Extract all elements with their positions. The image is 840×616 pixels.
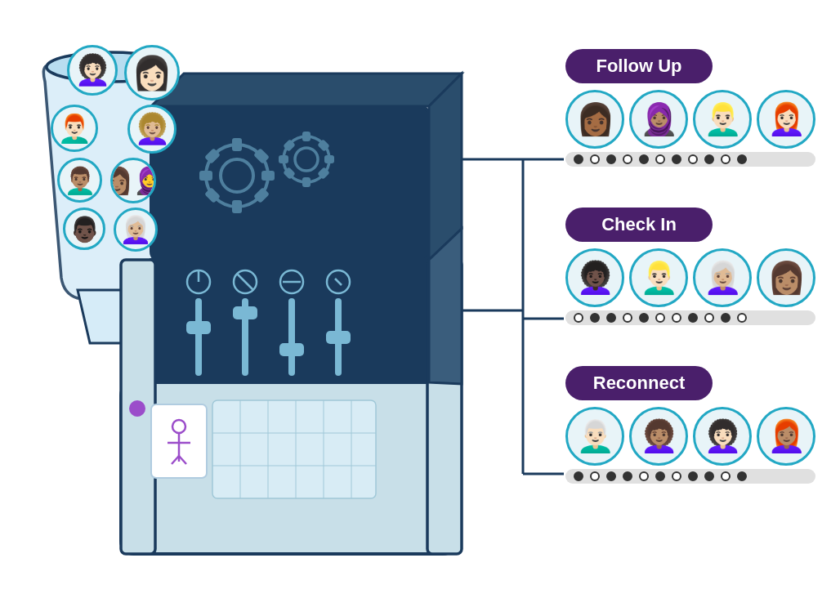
svg-point-53 [172,420,185,433]
belt-dot [721,313,731,323]
svg-rect-37 [279,343,304,356]
belt-dot [606,154,616,164]
svg-rect-15 [302,177,311,187]
svg-point-29 [327,270,350,293]
svg-point-12 [284,136,329,182]
svg-rect-50 [151,404,207,478]
check-in-section: Check In 👩🏿‍🦱 👱🏻‍♂️ 👩🏼‍🦳 👩🏽 [565,208,815,325]
belt-dot [574,154,583,164]
svg-rect-35 [186,321,211,334]
svg-rect-17 [279,155,288,163]
svg-rect-5 [232,200,242,213]
main-scene: 👩🏻‍🦱 👩🏻 👨🏻‍🦰 👩🏼‍🦱 👨🏽‍🦱 👩🏽‍🧕 [0,0,840,616]
reconnect-belt [565,469,815,484]
belt-dot [688,313,698,323]
svg-rect-1 [151,106,429,261]
belt-dot [655,471,665,481]
follow-up-avatars: 👩🏾 🧕🏽 👱🏻‍♂️ 👩🏻‍🦰 [565,90,815,149]
belt-dot [737,313,747,323]
belt-dot [672,471,681,481]
svg-rect-21 [283,167,296,180]
follow-up-section: Follow Up 👩🏾 🧕🏽 👱🏻‍♂️ 👩🏻‍🦰 [565,49,815,167]
svg-rect-18 [317,139,330,152]
reconnect-label: Reconnect [565,366,713,400]
svg-rect-9 [253,187,270,203]
belt-dot [672,154,681,164]
svg-rect-16 [324,155,334,163]
belt-dot [623,154,632,164]
belt-dot [704,154,714,164]
belt-dot [655,154,665,164]
svg-point-27 [280,270,303,293]
svg-rect-22 [151,260,429,386]
svg-rect-34 [335,298,342,376]
svg-rect-8 [253,148,270,164]
belt-dot [639,154,649,164]
svg-line-30 [335,279,342,285]
check-in-belt [565,310,815,325]
svg-rect-14 [302,132,311,141]
svg-point-2 [206,145,268,207]
funnel-avatar-2: 👩🏻 [124,45,180,100]
belt-dot [590,471,600,481]
follow-up-avatar-3: 👱🏻‍♂️ [693,90,752,149]
funnel-avatar-7: 👨🏿 [63,208,105,250]
svg-rect-33 [288,298,295,376]
follow-up-belt [565,152,815,167]
svg-point-25 [234,270,257,293]
funnel-avatar-5: 👨🏽‍🦱 [57,158,102,203]
belt-dot [737,154,747,164]
check-in-avatar-4: 👩🏽 [757,248,815,307]
reconnect-avatars: 👨🏻‍🦳 👩🏽‍🦱 👩🏻‍🦱 👩🏽‍🦰 [565,407,815,466]
svg-rect-11 [204,187,221,203]
belt-dot [704,471,714,481]
svg-rect-4 [232,138,242,151]
reconnect-section: Reconnect 👨🏻‍🦳 👩🏽‍🦱 👩🏻‍🦱 👩🏽‍🦰 [565,366,815,484]
belt-dot [606,313,616,323]
svg-rect-7 [199,171,212,181]
svg-rect-36 [233,306,257,319]
belt-dot [688,471,698,481]
belt-dot [721,471,731,481]
svg-rect-40 [121,260,155,554]
svg-point-56 [129,400,145,417]
reconnect-avatar-2: 👩🏽‍🦱 [629,407,688,466]
svg-point-3 [221,159,253,192]
svg-point-23 [187,270,210,293]
follow-up-avatar-4: 👩🏻‍🦰 [757,90,815,149]
check-in-label: Check In [565,208,713,242]
belt-dot [639,313,649,323]
reconnect-avatar-3: 👩🏻‍🦱 [693,407,752,466]
follow-up-avatar-1: 👩🏾 [565,90,624,149]
belt-dot [623,471,632,481]
belt-dot [574,471,583,481]
svg-rect-41 [427,260,462,554]
follow-up-label: Follow Up [565,49,713,83]
check-in-avatar-3: 👩🏼‍🦳 [693,248,752,307]
belt-dot [704,313,714,323]
check-in-conveyor: 👩🏿‍🦱 👱🏻‍♂️ 👩🏼‍🦳 👩🏽 [565,248,815,325]
funnel-avatar-8: 👩🏼‍🦳 [114,208,158,252]
belt-dot [655,313,665,323]
reconnect-conveyor: 👨🏻‍🦳 👩🏽‍🦱 👩🏻‍🦱 👩🏽‍🦰 [565,407,815,484]
svg-line-54 [172,456,179,464]
belt-dot [639,471,649,481]
check-in-avatars: 👩🏿‍🦱 👱🏻‍♂️ 👩🏼‍🦳 👩🏽 [565,248,815,307]
belt-dot [574,313,583,323]
output-sections: Follow Up 👩🏾 🧕🏽 👱🏻‍♂️ 👩🏻‍🦰 [565,49,815,484]
check-in-avatar-2: 👱🏻‍♂️ [629,248,688,307]
funnel-avatar-1: 👩🏻‍🦱 [67,45,118,96]
svg-rect-38 [326,331,351,344]
svg-rect-6 [261,171,275,181]
check-in-avatar-1: 👩🏿‍🦱 [565,248,624,307]
svg-rect-10 [204,148,221,164]
svg-line-55 [179,456,186,464]
reconnect-avatar-1: 👨🏻‍🦳 [565,407,624,466]
svg-rect-20 [283,139,296,152]
funnel-avatars: 👩🏻‍🦱 👩🏻 👨🏻‍🦰 👩🏼‍🦱 👨🏽‍🦱 👩🏽‍🧕 [42,45,180,252]
svg-line-26 [237,274,253,290]
svg-rect-32 [242,298,248,376]
belt-dot [688,154,698,164]
belt-dot [606,471,616,481]
follow-up-conveyor: 👩🏾 🧕🏽 👱🏻‍♂️ 👩🏻‍🦰 [565,90,815,167]
